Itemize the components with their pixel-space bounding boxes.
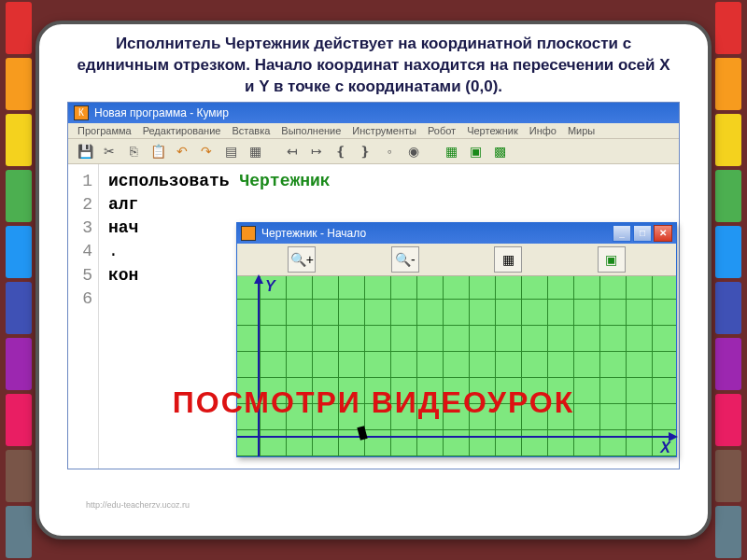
menu-item[interactable]: Вставка [232,125,270,136]
ide-title: Новая программа - Кумир [94,106,229,119]
grid-icon[interactable]: ▦ [494,246,522,273]
draftsman-app-icon [241,226,256,241]
close-button[interactable]: ✕ [654,225,672,242]
step-left-icon[interactable]: ↤ [283,142,302,161]
draftsman-toolbar: 🔍+ 🔍- ▦ ▣ [237,244,676,276]
paste-icon[interactable]: 📋 [148,142,167,161]
draftsman-title: Чертежник - Начало [261,227,607,240]
brace-close-icon[interactable]: ❵ [356,142,374,161]
y-axis-label: Y [265,278,275,295]
zoom-in-icon[interactable]: 🔍+ [288,246,316,273]
doc-icon[interactable]: ▤ [221,142,240,161]
keyword-alg: алг [108,193,331,217]
ide-menubar: Программа Редактирование Вставка Выполне… [68,123,679,139]
brace-open-icon[interactable]: ❴ [331,142,350,161]
menu-item[interactable]: Робот [428,125,456,136]
menu-item[interactable]: Редактирование [143,125,221,136]
keyword-use: использовать [108,172,230,190]
crayon-strip-right [715,0,741,560]
save-icon[interactable]: 💾 [76,142,94,161]
slide-card: Исполнитель Чертежник действует на коорд… [35,21,712,539]
line-number: 1 [68,170,92,193]
ide-toolbar: 💾 ✂ ⎘ 📋 ↶ ↷ ▤ ▦ ↤ ↦ ❴ ❵ ◦ ◉ ▦ ▣ ▩ [68,139,679,164]
copy-icon[interactable]: ⎘ [124,142,143,161]
marker2-icon[interactable]: ◉ [404,142,423,161]
redo-icon[interactable]: ↷ [197,142,216,161]
fit-icon[interactable]: ▣ [598,246,626,273]
line-number: 4 [68,240,92,263]
line-number: 5 [68,264,92,287]
line-number: 3 [68,217,92,240]
y-axis [258,276,260,456]
line-gutter: 1 2 3 4 5 6 [68,164,99,469]
line-number: 2 [68,193,92,217]
undo-icon[interactable]: ↶ [173,142,191,161]
draftsman-titlebar[interactable]: Чертежник - Начало _ □ ✕ [237,223,676,244]
executor-name: Чертежник [239,172,330,190]
menu-item[interactable]: Инструменты [352,125,416,136]
line-number: 6 [68,287,92,311]
draftsman-window[interactable]: Чертежник - Начало _ □ ✕ 🔍+ 🔍- ▦ ▣ Y X [236,222,677,457]
x-axis-label: X [660,440,670,456]
slide-description: Исполнитель Чертежник действует на коорд… [39,24,708,102]
menu-item[interactable]: Миры [568,125,595,136]
zoom-out-icon[interactable]: 🔍- [391,246,419,273]
step-right-icon[interactable]: ↦ [307,142,326,161]
maximize-button[interactable]: □ [633,225,652,242]
run-box-icon[interactable]: ▣ [466,142,485,161]
run-grid2-icon[interactable]: ▩ [490,142,509,161]
menu-item[interactable]: Выполнение [281,125,341,136]
run-grid-icon[interactable]: ▦ [442,142,460,161]
minimize-button[interactable]: _ [613,225,631,242]
menu-item[interactable]: Инфо [529,125,557,136]
menu-item[interactable]: Чертежник [467,125,518,136]
crayon-strip-left [6,0,32,560]
source-url: http://edu-teacherzv.ucoz.ru [86,500,190,510]
app-icon: К [74,105,89,120]
x-axis [237,436,676,438]
watch-video-overlay: ПОСМОТРИ ВИДЕОУРОК [0,385,747,420]
menu-item[interactable]: Программа [78,125,132,136]
marker-icon[interactable]: ◦ [380,142,399,161]
pen-cursor [357,426,367,441]
cut-icon[interactable]: ✂ [100,142,119,161]
coordinate-plane[interactable]: Y X [237,276,676,456]
ide-titlebar: К Новая программа - Кумир [68,103,679,123]
doc2-icon[interactable]: ▦ [246,142,264,161]
